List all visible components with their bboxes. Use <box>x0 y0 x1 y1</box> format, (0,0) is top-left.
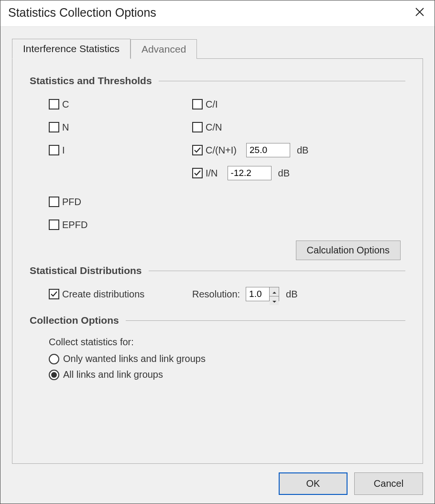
checkbox-row-epfd: EPFD <box>49 218 405 232</box>
close-icon <box>415 7 424 18</box>
checkbox-n[interactable] <box>49 122 59 132</box>
ok-button[interactable]: OK <box>279 472 348 495</box>
chevron-down-icon <box>272 296 276 305</box>
dialog-body: Interference Statistics Advanced Statist… <box>0 26 435 504</box>
radio-label: All links and link groups <box>63 369 163 380</box>
distributions-row: Create distributions Resolution: dB <box>30 287 405 301</box>
section-title: Statistics and Thresholds <box>30 75 159 87</box>
tab-panel: Statistics and Thresholds C C/I N <box>12 58 423 464</box>
divider <box>126 320 405 321</box>
checkbox-pfd[interactable] <box>49 197 59 207</box>
checkbox-label: I <box>62 145 65 156</box>
checkbox-epfd[interactable] <box>49 219 59 230</box>
resolution-spinner <box>246 287 279 301</box>
checkbox-row-cni: C/(N+I) dB <box>192 143 405 157</box>
checkbox-i[interactable] <box>49 145 59 155</box>
checkbox-ci[interactable] <box>192 99 203 110</box>
collection-subtitle: Collect statistics for: <box>49 337 405 348</box>
tabstrip: Interference Statistics Advanced <box>12 39 423 59</box>
section-title: Collection Options <box>30 315 126 326</box>
dialog-window: Statistics Collection Options Interferen… <box>0 0 435 504</box>
divider <box>159 81 405 81</box>
cancel-button[interactable]: Cancel <box>354 472 423 495</box>
section-title: Statistical Distributions <box>30 265 149 276</box>
stats-grid: C C/I N C/N I <box>30 97 405 180</box>
input-cni-threshold[interactable] <box>246 143 290 157</box>
checkbox-label: C/N <box>206 122 222 133</box>
checkbox-label: C/(N+I) <box>206 145 237 156</box>
checkbox-cn[interactable] <box>192 122 203 132</box>
close-button[interactable] <box>412 4 428 21</box>
resolution-input[interactable] <box>246 287 269 301</box>
checkbox-label: EPFD <box>62 219 87 230</box>
checkbox-label: C <box>62 99 69 110</box>
checkbox-c[interactable] <box>49 99 59 110</box>
spinner-up-button[interactable] <box>270 287 279 296</box>
pfd-block: PFD EPFD <box>30 195 405 232</box>
section-collection-options: Collection Options <box>30 315 405 326</box>
unit-label: dB <box>278 168 290 179</box>
checkbox-row-pfd: PFD <box>49 195 405 209</box>
titlebar: Statistics Collection Options <box>0 0 435 26</box>
checkbox-in[interactable] <box>192 168 203 178</box>
checkbox-row-cn: C/N <box>192 120 405 134</box>
checkbox-label: N <box>62 122 69 133</box>
checkbox-row-n: N <box>49 120 192 134</box>
input-in-threshold[interactable] <box>228 166 272 180</box>
checkbox-row-create-distributions: Create distributions <box>49 287 192 301</box>
dialog-title: Statistics Collection Options <box>8 6 156 20</box>
radio-all-links[interactable] <box>49 370 59 380</box>
section-statistical-distributions: Statistical Distributions <box>30 265 405 276</box>
checkbox-label: PFD <box>62 197 81 208</box>
radio-row-all: All links and link groups <box>49 369 405 380</box>
checkbox-row-in: I/N dB <box>192 166 405 180</box>
spinner-down-button[interactable] <box>270 296 279 305</box>
chevron-up-icon <box>272 287 276 296</box>
collection-options-group: Collect statistics for: Only wanted link… <box>30 337 405 380</box>
tab-interference-statistics[interactable]: Interference Statistics <box>12 39 130 59</box>
checkbox-label: Create distributions <box>62 289 144 300</box>
radio-label: Only wanted links and link groups <box>63 353 206 364</box>
tab-advanced[interactable]: Advanced <box>130 39 197 59</box>
radio-only-wanted[interactable] <box>49 354 59 364</box>
checkbox-row-ci: C/I <box>192 97 405 111</box>
unit-label: dB <box>297 145 308 156</box>
unit-label: dB <box>286 289 297 300</box>
checkbox-label: C/I <box>206 99 218 110</box>
checkbox-row-i: I <box>49 143 192 157</box>
radio-row-wanted: Only wanted links and link groups <box>49 353 405 364</box>
resolution-label: Resolution: <box>192 289 240 300</box>
section-stats-thresholds: Statistics and Thresholds <box>30 75 405 87</box>
calc-options-row: Calculation Options <box>30 241 405 260</box>
dialog-footer: OK Cancel <box>12 464 423 495</box>
calculation-options-button[interactable]: Calculation Options <box>296 241 401 260</box>
checkbox-label: I/N <box>206 168 218 179</box>
checkbox-create-distributions[interactable] <box>49 289 59 299</box>
checkbox-row-c: C <box>49 97 192 111</box>
divider <box>149 271 405 271</box>
checkbox-cni[interactable] <box>192 145 203 155</box>
